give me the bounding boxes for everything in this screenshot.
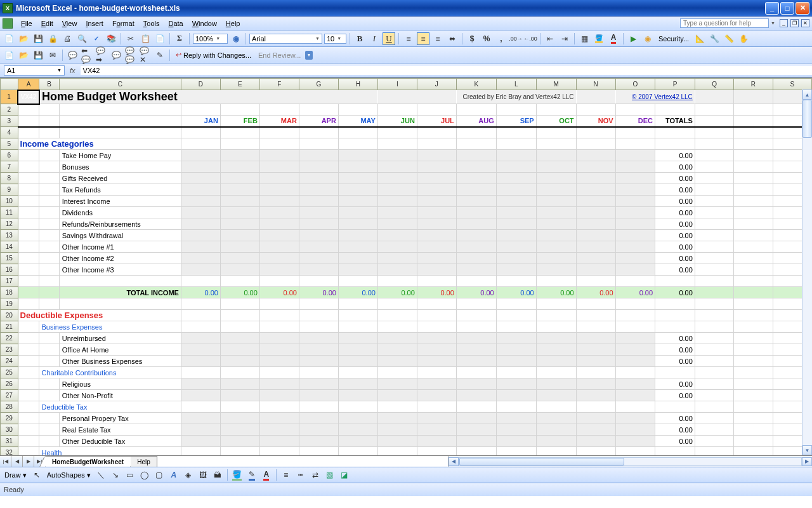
data-cell[interactable] <box>615 413 655 424</box>
data-cell[interactable] <box>496 344 536 356</box>
data-cell[interactable] <box>576 424 615 436</box>
line-color-icon[interactable]: ✎ <box>246 469 258 481</box>
data-cell[interactable] <box>220 344 259 356</box>
row-header[interactable]: 15 <box>1 253 18 264</box>
row-header[interactable]: 21 <box>1 321 18 333</box>
data-cell[interactable] <box>220 413 259 424</box>
line-style-icon[interactable]: ≡ <box>280 469 292 481</box>
data-cell[interactable] <box>259 264 299 276</box>
data-cell[interactable] <box>456 390 496 401</box>
data-cell[interactable] <box>338 207 377 218</box>
menu-window[interactable]: Window <box>188 20 221 27</box>
data-cell[interactable] <box>496 196 536 207</box>
data-cell[interactable] <box>417 356 456 367</box>
open-icon[interactable]: 📂 <box>17 32 30 45</box>
mail-icon[interactable]: ✉ <box>46 49 59 62</box>
data-cell[interactable] <box>576 344 615 356</box>
data-cell[interactable] <box>456 264 496 276</box>
minimize-button[interactable]: _ <box>765 2 779 15</box>
menu-format[interactable]: Format <box>108 20 139 27</box>
row-header[interactable]: 23 <box>1 344 18 356</box>
data-cell[interactable] <box>496 436 536 447</box>
data-cell[interactable] <box>576 333 615 344</box>
data-cell[interactable] <box>615 230 655 241</box>
data-cell[interactable] <box>536 333 576 344</box>
data-cell[interactable] <box>181 184 220 196</box>
arrow-style-icon[interactable]: ⇄ <box>309 469 322 481</box>
row-header[interactable]: 2 <box>1 104 18 116</box>
toolbar-options-icon[interactable]: ▾ <box>305 51 313 60</box>
row-header[interactable]: 11 <box>1 207 18 218</box>
align-right-icon[interactable]: ≡ <box>431 32 444 45</box>
data-cell[interactable] <box>377 344 417 356</box>
data-cell[interactable] <box>417 230 456 241</box>
data-cell[interactable] <box>338 413 377 424</box>
font-color-draw-icon[interactable]: A <box>260 469 273 481</box>
oval-icon[interactable]: ◯ <box>138 469 151 481</box>
data-cell[interactable] <box>299 196 338 207</box>
decrease-decimal-icon[interactable]: ←.00 <box>524 32 537 45</box>
row-header[interactable]: 3 <box>1 116 18 127</box>
data-cell[interactable] <box>220 333 259 344</box>
data-cell[interactable] <box>299 344 338 356</box>
data-cell[interactable] <box>536 424 576 436</box>
menu-file[interactable]: File <box>16 20 37 27</box>
data-cell[interactable] <box>259 241 299 253</box>
data-cell[interactable] <box>615 424 655 436</box>
data-cell[interactable] <box>536 436 576 447</box>
data-cell[interactable] <box>456 344 496 356</box>
data-cell[interactable] <box>496 378 536 390</box>
menu-edit[interactable]: Edit <box>37 20 58 27</box>
font-size-dropdown[interactable]: 10▼ <box>324 34 346 44</box>
data-cell[interactable] <box>299 218 338 230</box>
data-cell[interactable] <box>338 161 377 173</box>
data-cell[interactable] <box>181 196 220 207</box>
data-cell[interactable] <box>417 378 456 390</box>
data-cell[interactable] <box>181 378 220 390</box>
data-cell[interactable] <box>259 207 299 218</box>
data-cell[interactable] <box>456 241 496 253</box>
data-cell[interactable] <box>338 344 377 356</box>
next-comment-icon[interactable]: 💬➡ <box>95 49 108 62</box>
help-icon[interactable]: ◉ <box>230 32 242 45</box>
data-cell[interactable] <box>615 161 655 173</box>
data-cell[interactable] <box>181 173 220 184</box>
data-cell[interactable] <box>259 378 299 390</box>
data-cell[interactable] <box>417 390 456 401</box>
data-cell[interactable] <box>181 207 220 218</box>
data-cell[interactable] <box>220 424 259 436</box>
data-cell[interactable] <box>181 218 220 230</box>
data-cell[interactable] <box>259 161 299 173</box>
data-cell[interactable] <box>377 264 417 276</box>
borders-icon[interactable]: ▦ <box>578 32 591 45</box>
data-cell[interactable] <box>338 356 377 367</box>
data-cell[interactable] <box>615 264 655 276</box>
data-cell[interactable] <box>456 184 496 196</box>
data-cell[interactable] <box>338 150 377 161</box>
close-button[interactable]: ✕ <box>796 2 809 15</box>
picture-icon[interactable]: 🏔 <box>211 469 224 481</box>
data-cell[interactable] <box>456 150 496 161</box>
font-color-icon[interactable]: A <box>607 32 620 45</box>
data-cell[interactable] <box>496 241 536 253</box>
data-cell[interactable] <box>299 150 338 161</box>
properties-icon[interactable]: ✋ <box>737 32 750 45</box>
prev-comment-icon[interactable]: ⬅💬 <box>81 49 93 62</box>
row-header[interactable]: 16 <box>1 264 18 276</box>
data-cell[interactable] <box>299 390 338 401</box>
data-cell[interactable] <box>181 161 220 173</box>
comma-icon[interactable]: , <box>495 32 508 45</box>
align-center-icon[interactable]: ≡ <box>417 32 429 45</box>
data-cell[interactable] <box>377 196 417 207</box>
data-cell[interactable] <box>456 196 496 207</box>
data-cell[interactable] <box>299 184 338 196</box>
fx-icon[interactable]: fx <box>70 67 75 74</box>
data-cell[interactable] <box>536 253 576 264</box>
wordart-icon[interactable]: A <box>167 469 180 481</box>
row-header[interactable]: 22 <box>1 333 18 344</box>
menu-data[interactable]: Data <box>164 20 187 27</box>
data-cell[interactable] <box>299 424 338 436</box>
data-cell[interactable] <box>259 356 299 367</box>
data-cell[interactable] <box>576 390 615 401</box>
row-header[interactable]: 13 <box>1 230 18 241</box>
